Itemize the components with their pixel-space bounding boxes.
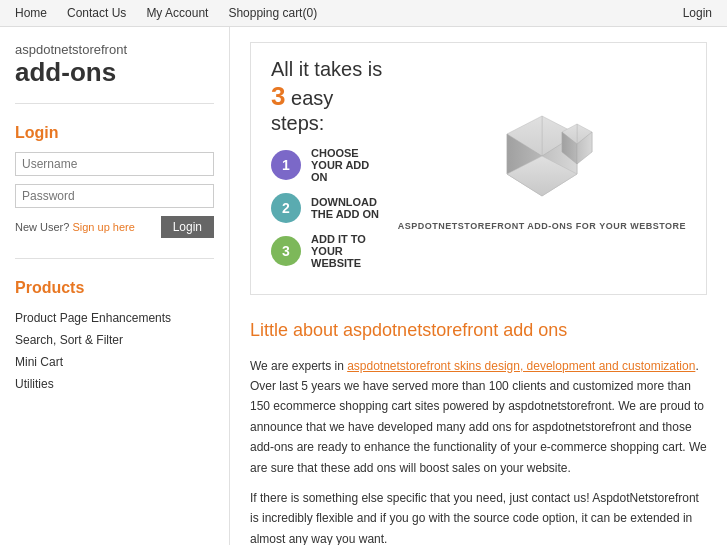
steps-title: All it takes is 3 easy steps: <box>271 58 388 135</box>
product-list-item[interactable]: Search, Sort & Filter <box>15 329 214 351</box>
step-2: 2 DOWNLOAD THE ADD ON <box>271 193 388 223</box>
top-nav-left: Home Contact Us My Account Shopping cart… <box>15 6 317 20</box>
nav-contact[interactable]: Contact Us <box>67 6 126 20</box>
login-bottom: New User? Sign up here Login <box>15 216 214 238</box>
about-title-brand: aspdotnetstorefront add ons <box>343 320 567 340</box>
webstore-label: ASPDOTNETSTOREFRONT ADD-ONS FOR YOUR WEB… <box>398 221 686 231</box>
main-layout: aspdotnetstorefront add-ons Login New Us… <box>0 27 727 545</box>
step2-label: DOWNLOAD THE ADD ON <box>311 196 388 220</box>
logo-line2: add-ons <box>15 57 214 88</box>
products-title: Products <box>15 279 214 297</box>
box-svg <box>482 106 602 216</box>
about-link[interactable]: aspdotnetstorefront skins design, develo… <box>347 359 695 373</box>
steps-left: All it takes is 3 easy steps: 1 CHOOSE Y… <box>271 58 388 279</box>
password-input[interactable] <box>15 184 214 208</box>
login-section: Login New User? Sign up here Login <box>15 124 214 259</box>
product-list-item[interactable]: Mini Cart <box>15 351 214 373</box>
top-nav: Home Contact Us My Account Shopping cart… <box>0 0 727 27</box>
step2-circle: 2 <box>271 193 301 223</box>
step-1: 1 CHOOSE YOUR ADD ON <box>271 147 388 183</box>
product-list-item[interactable]: Product Page Enhancements <box>15 307 214 329</box>
box-graphic <box>482 106 602 216</box>
about-paragraph1: We are experts in aspdotnetstorefront sk… <box>250 356 707 478</box>
about-section: Little about aspdotnetstorefront add ons… <box>250 315 707 545</box>
top-nav-right: Login <box>683 6 712 20</box>
nav-myaccount[interactable]: My Account <box>146 6 208 20</box>
step1-circle: 1 <box>271 150 301 180</box>
nav-cart[interactable]: Shopping cart(0) <box>228 6 317 20</box>
steps-banner: All it takes is 3 easy steps: 1 CHOOSE Y… <box>250 42 707 295</box>
step1-label: CHOOSE YOUR ADD ON <box>311 147 388 183</box>
about-paragraph2: If there is something else specific that… <box>250 488 707 545</box>
logo-line1: aspdotnetstorefront <box>15 42 214 57</box>
nav-home[interactable]: Home <box>15 6 47 20</box>
step-3: 3 ADD IT TO YOUR WEBSITE <box>271 233 388 269</box>
products-list: Product Page EnhancementsSearch, Sort & … <box>15 307 214 395</box>
products-section: Products Product Page EnhancementsSearch… <box>15 279 214 395</box>
main-content: All it takes is 3 easy steps: 1 CHOOSE Y… <box>230 27 727 545</box>
signup-link[interactable]: Sign up here <box>72 221 134 233</box>
login-button[interactable]: Login <box>161 216 214 238</box>
step3-circle: 3 <box>271 236 301 266</box>
about-title: Little about aspdotnetstorefront add ons <box>250 315 707 346</box>
login-title: Login <box>15 124 214 142</box>
new-user-text: New User? Sign up here <box>15 221 135 233</box>
step3-label: ADD IT TO YOUR WEBSITE <box>311 233 388 269</box>
sidebar: aspdotnetstorefront add-ons Login New Us… <box>0 27 230 545</box>
logo-area: aspdotnetstorefront add-ons <box>15 42 214 104</box>
username-input[interactable] <box>15 152 214 176</box>
nav-login[interactable]: Login <box>683 6 712 20</box>
product-list-item[interactable]: Utilities <box>15 373 214 395</box>
steps-right: ASPDOTNETSTOREFRONT ADD-ONS FOR YOUR WEB… <box>398 106 686 231</box>
